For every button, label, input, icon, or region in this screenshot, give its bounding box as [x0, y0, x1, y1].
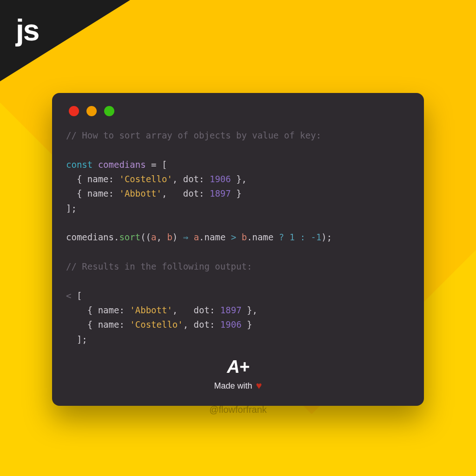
- window-traffic-lights: [66, 106, 410, 116]
- code-block: // How to sort array of objects by value…: [66, 128, 410, 347]
- maximize-icon[interactable]: [104, 106, 114, 116]
- js-label: js: [16, 13, 39, 47]
- output-caret-icon: <: [66, 291, 71, 301]
- minimize-icon[interactable]: [86, 106, 97, 116]
- code-comment: // Results in the following output:: [66, 261, 252, 271]
- var-comedians: comedians: [98, 159, 146, 170]
- keyword-const: const: [66, 159, 93, 170]
- brand-logo: A+: [227, 357, 249, 377]
- close-icon[interactable]: [69, 106, 79, 116]
- author-handle: @flowforfrank: [0, 404, 476, 415]
- heart-icon: ♥: [256, 380, 262, 392]
- footer-brand: A+ Made with ♥: [66, 357, 410, 392]
- code-editor-window: // How to sort array of objects by value…: [52, 93, 424, 406]
- code-comment: // How to sort array of objects by value…: [66, 130, 321, 140]
- made-with-label: Made with ♥: [214, 380, 262, 392]
